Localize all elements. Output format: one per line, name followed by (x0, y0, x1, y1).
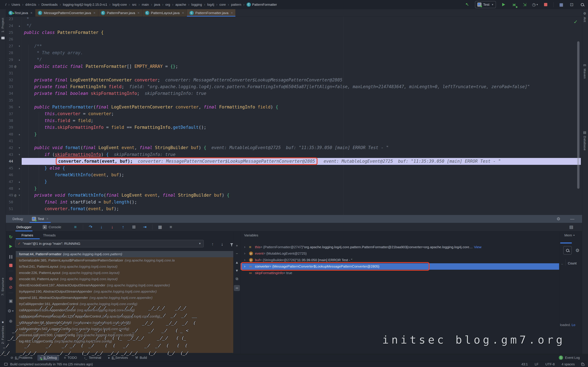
line-number[interactable]: 23 (6, 17, 13, 21)
thread-selector[interactable]: ✓ "main"@1 in group "main": RUNNING ▼ (15, 240, 204, 247)
sidebar-item-structure[interactable]: 7: Structure (1, 277, 5, 296)
expand-chevron-icon[interactable]: › (244, 245, 249, 249)
line-number[interactable]: 26 (6, 37, 13, 41)
view-link[interactable]: View (474, 245, 481, 249)
indent-style[interactable]: 4 spaces (562, 362, 575, 366)
fold-marker-icon[interactable]: ▴ (17, 58, 21, 61)
close-icon[interactable]: × (46, 217, 48, 221)
run-icon[interactable] (501, 2, 506, 7)
line-number[interactable]: 42 (6, 146, 13, 150)
rerun-icon[interactable]: ↻ (8, 234, 14, 240)
sidebar-item-maven[interactable]: mMaven (583, 63, 587, 79)
line-number[interactable]: 27 (6, 44, 13, 48)
toolwindow-toggle-icon[interactable] (4, 363, 8, 366)
stack-frame[interactable]: callAppender:89, AppenderControl(org.apa… (16, 319, 233, 326)
code-editor[interactable]: 23 *24▴ */25public class PatternFormatte… (6, 17, 582, 215)
fold-marker-icon[interactable]: ▾ (17, 194, 21, 197)
resume-icon[interactable] (8, 243, 14, 250)
line-number[interactable]: 43 (6, 152, 13, 157)
close-icon[interactable]: × (182, 11, 184, 15)
load-link[interactable]: Lo (571, 323, 575, 327)
stack-frame[interactable]: toText:241, PatternLayout(org.apache.log… (16, 263, 233, 270)
tab-debugger[interactable]: Debugger (15, 223, 33, 231)
encoding[interactable]: UTF-8 (545, 362, 555, 366)
pin-icon[interactable]: ⊕ (8, 318, 14, 324)
close-icon[interactable]: × (93, 11, 95, 15)
variable-row[interactable]: ›∞converter = {MessagePatternConverter$L… (241, 263, 559, 270)
toolwindow-button-terminal[interactable]: ›_Terminal (82, 355, 103, 361)
editor-tab[interactable]: C▶Test.java× (6, 9, 35, 17)
line-number[interactable]: 25 (6, 31, 13, 34)
sidebar-item-database[interactable]: ▤Database (583, 130, 587, 150)
expand-chevron-icon[interactable]: › (244, 251, 249, 256)
show-execution-point-icon[interactable]: ≡ (72, 224, 78, 230)
mute-breakpoints-icon[interactable]: ⊘ (8, 284, 14, 291)
memory-snapshot-icon[interactable]: ▣ (8, 298, 14, 304)
variable-row[interactable]: ∞skipFormattingInfo = true (241, 270, 559, 276)
sidebar-item-ant[interactable]: ⚙Ant (583, 11, 587, 22)
line-ending[interactable]: LF (535, 362, 538, 366)
breadcrumb-item[interactable]: d4m1ts (26, 3, 36, 7)
breadcrumb-item[interactable]: Users (12, 3, 20, 7)
add-watch-icon[interactable]: + (234, 243, 240, 249)
breadcrumb-item[interactable]: apache (175, 3, 186, 7)
debug-settings-icon[interactable]: ⚙▼ (8, 308, 14, 314)
next-frame-icon[interactable]: ↓ (219, 241, 225, 247)
breadcrumb-item[interactable]: java (154, 3, 160, 7)
expand-chevron-icon[interactable]: › (244, 258, 249, 262)
toolwindow-button-todo[interactable]: ≡TODO (62, 355, 79, 361)
fold-marker-icon[interactable]: ▴ (17, 133, 21, 136)
stop-icon[interactable] (543, 2, 548, 7)
breadcrumb-item[interactable]: log4j (207, 3, 214, 7)
editor-tab[interactable]: CPatternLayout.java× (142, 9, 187, 17)
drop-frame-icon[interactable]: ⊠ (130, 224, 137, 230)
expand-chevron-icon[interactable]: › (244, 264, 249, 268)
remove-watch-icon[interactable]: − (234, 251, 240, 257)
line-number[interactable]: 47 (6, 180, 13, 184)
breadcrumb-item[interactable]: log4j-core (112, 3, 127, 7)
editor-tab[interactable]: CPatternParser.java× (98, 9, 142, 17)
variable-row[interactable]: ›pbuf = {StringBuilder@2726} "11:35:39.0… (241, 257, 559, 263)
breadcrumb-item[interactable]: / (5, 3, 6, 7)
breadcrumb-item[interactable]: src (132, 3, 137, 7)
breadcrumb-item[interactable]: logging (191, 3, 202, 7)
toolwindow-button-build[interactable]: ⚒Build (133, 355, 149, 361)
line-number[interactable]: 38 (6, 119, 13, 123)
line-number[interactable]: 45 (6, 166, 13, 170)
line-number[interactable]: 37 (6, 112, 13, 116)
stack-frame[interactable]: tryAppend:190, AbstractOutputStreamAppen… (16, 288, 233, 295)
line-number[interactable]: 48 (6, 186, 13, 191)
fold-marker-icon[interactable]: ▴ (17, 167, 21, 170)
close-icon[interactable]: × (231, 11, 233, 15)
run-to-cursor-icon[interactable]: ⇥ (141, 224, 148, 230)
stack-frame[interactable]: encode:226, PatternLayout(org.apache.log… (16, 270, 233, 276)
sidebar-item-project[interactable]: 1: Project (1, 18, 5, 33)
memory-settings-icon[interactable]: ⚙ (575, 248, 579, 253)
breadcrumb-item[interactable]: Downloads (41, 3, 58, 7)
evaluate-expression-icon[interactable]: ▦ (157, 224, 163, 230)
fold-marker-icon[interactable]: ▴ (17, 180, 21, 183)
breadcrumb-item[interactable]: org (165, 3, 170, 7)
sidebar-item-favorites[interactable]: 2: Favorites (1, 326, 5, 344)
fold-marker-icon[interactable]: ▾ (17, 45, 21, 48)
line-number[interactable]: 41 (6, 139, 13, 143)
editor-tab[interactable]: CMessagePatternConverter.java× (35, 9, 98, 17)
line-number[interactable]: 32 (6, 78, 13, 82)
close-icon[interactable]: × (30, 11, 33, 15)
fold-marker-icon[interactable]: ▾ (17, 106, 21, 109)
view-breakpoints-icon[interactable] (8, 275, 14, 282)
line-number[interactable]: 40 (6, 132, 13, 136)
tab-console[interactable]: ▸Console (42, 223, 62, 231)
fold-marker-icon[interactable]: ▴ (17, 187, 21, 190)
line-number[interactable]: 31 (6, 71, 13, 75)
layout-settings-icon[interactable]: ≡ (167, 224, 174, 230)
line-number[interactable]: 35 (6, 98, 13, 102)
line-number[interactable]: 28 (6, 51, 13, 55)
stack-frame[interactable]: processLogEvent:500, LoggerConfig(org.ap… (16, 332, 233, 338)
scroll-up-icon[interactable]: ▲ (234, 259, 240, 266)
search-everywhere-icon[interactable] (579, 2, 585, 7)
inspections-ok-icon[interactable]: ✓ (574, 19, 578, 25)
fold-marker-icon[interactable]: ▾ (17, 146, 21, 150)
settings-gear-icon[interactable]: ⚙ (555, 216, 562, 222)
layout-icon[interactable]: ▤ (568, 224, 575, 230)
